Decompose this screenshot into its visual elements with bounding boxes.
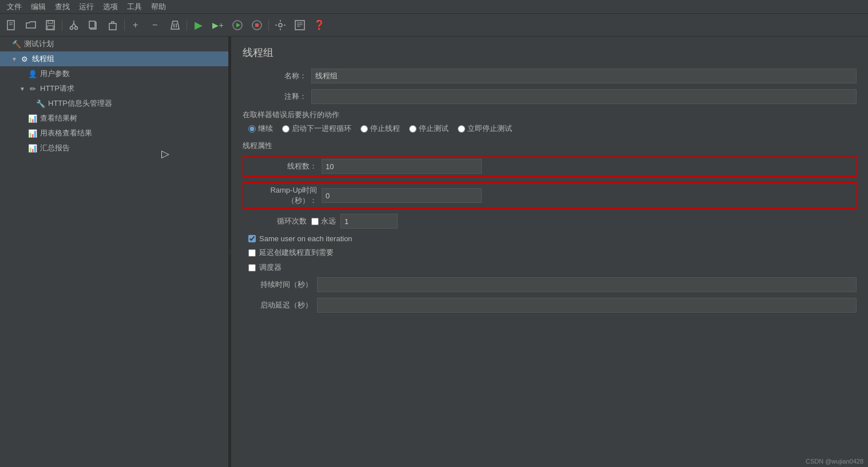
same-user-checkbox[interactable] [248, 235, 256, 242]
open-button[interactable] [22, 17, 40, 34]
run-no-pause-button[interactable]: ▶+ [209, 17, 227, 34]
summary-label: 汇总报告 [40, 143, 225, 153]
view-results-icon: 📊 [27, 113, 38, 123]
menu-file[interactable]: 文件 [2, 1, 26, 13]
svg-rect-28 [295, 21, 304, 30]
options-button[interactable] [271, 17, 290, 34]
menu-options[interactable]: 选项 [98, 1, 122, 13]
sidebar-item-thread-group[interactable]: ▼ ⚙ 线程组 [0, 51, 228, 66]
sidebar-item-table-results[interactable]: 📊 用表格查看结果 [0, 126, 228, 141]
table-results-label: 用表格查看结果 [40, 128, 225, 138]
forever-label: 永远 [321, 216, 336, 226]
remove-button[interactable]: − [146, 17, 165, 34]
name-label: 名称： [243, 71, 311, 81]
sidebar-item-view-results[interactable]: 📊 查看结果树 [0, 111, 228, 126]
toolbar: + − ▶ ▶+ ❓ [0, 14, 868, 37]
sidebar-item-user-params[interactable]: 👤 用户参数 [0, 66, 228, 81]
user-params-label: 用户参数 [40, 69, 225, 79]
sep2 [124, 19, 125, 31]
paste-button[interactable] [104, 17, 122, 34]
loop-count-input[interactable] [340, 214, 398, 229]
menu-run[interactable]: 运行 [74, 1, 98, 13]
svg-point-6 [70, 26, 73, 29]
thread-group-icon: ⚙ [19, 54, 30, 64]
sidebar-item-http-header[interactable]: 🔧 HTTP信息头管理器 [0, 96, 228, 111]
new-button[interactable] [2, 17, 21, 34]
content-panel: 线程组 名称： 注释： 在取样器错误后要执行的动作 继续 启动下一进程循环 停止 [231, 37, 868, 467]
log-button[interactable] [291, 17, 309, 34]
thread-group-label: 线程组 [32, 54, 225, 64]
svg-text:+: + [133, 20, 138, 30]
remote2-button[interactable] [248, 17, 266, 34]
help-button[interactable]: ❓ [310, 17, 328, 34]
radio-stop-test[interactable]: 停止测试 [409, 123, 449, 134]
name-input[interactable] [311, 69, 857, 83]
menu-find[interactable]: 查找 [50, 1, 74, 13]
thread-count-input[interactable] [322, 159, 482, 174]
comment-input[interactable] [311, 89, 857, 104]
delay-create-label: 延迟创建线程直到需要 [259, 248, 334, 258]
forever-checkbox[interactable] [311, 218, 319, 225]
duration-row: 持续时间（秒） [243, 277, 857, 292]
delay-create-row[interactable]: 延迟创建线程直到需要 [243, 248, 857, 258]
svg-rect-22 [255, 23, 259, 27]
http-header-icon: 🔧 [35, 98, 46, 109]
summary-icon: 📊 [27, 143, 38, 153]
copy-button[interactable] [84, 17, 102, 34]
menu-help[interactable]: 帮助 [146, 1, 171, 13]
delay-create-checkbox[interactable] [248, 249, 256, 257]
http-request-icon: ✏ [27, 83, 38, 94]
same-user-row[interactable]: Same user on each iteration [243, 234, 857, 243]
menu-edit[interactable]: 编辑 [26, 1, 50, 13]
thread-count-row: 线程数： [243, 155, 857, 177]
sidebar-item-test-plan[interactable]: 🔨 测试计划 [0, 37, 228, 51]
svg-line-9 [74, 23, 76, 27]
name-row: 名称： [243, 69, 857, 83]
rampup-row: Ramp-Up时间（秒）： [243, 182, 857, 209]
panel-title: 线程组 [243, 46, 857, 59]
scheduler-label: 调度器 [259, 262, 282, 273]
radio-continue[interactable]: 继续 [248, 123, 273, 134]
sep4 [268, 19, 269, 31]
http-header-label: HTTP信息头管理器 [48, 98, 225, 109]
svg-point-23 [279, 23, 282, 27]
run-button[interactable]: ▶ [189, 17, 208, 34]
loop-row: 循环次数 永远 [243, 214, 857, 229]
http-request-arrow: ▼ [19, 86, 27, 92]
same-user-label: Same user on each iteration [259, 234, 352, 243]
remote1-button[interactable] [228, 17, 247, 34]
sidebar-item-http-request[interactable]: ▼ ✏ HTTP请求 [0, 81, 228, 96]
startup-delay-row: 启动延迟（秒） [243, 298, 857, 313]
svg-marker-20 [236, 23, 240, 27]
add-button[interactable]: + [127, 17, 145, 34]
forever-checkbox-label[interactable]: 永远 [311, 216, 336, 226]
scheduler-checkbox[interactable] [248, 264, 256, 272]
svg-rect-0 [7, 21, 14, 30]
table-results-icon: 📊 [27, 128, 38, 138]
duration-input[interactable] [317, 277, 857, 292]
radio-stop-now[interactable]: 立即停止测试 [458, 123, 512, 134]
menu-tools[interactable]: 工具 [122, 1, 146, 13]
sidebar: 🔨 测试计划 ▼ ⚙ 线程组 👤 用户参数 ▼ ✏ HTTP请求 🔧 HTTP信… [0, 37, 229, 467]
startup-delay-input[interactable] [317, 298, 857, 313]
error-action-radio-group: 继续 启动下一进程循环 停止线程 停止测试 立即停止测试 [243, 123, 857, 134]
svg-line-8 [72, 23, 74, 27]
save-button[interactable] [41, 17, 60, 34]
scheduler-row[interactable]: 调度器 [243, 262, 857, 273]
radio-stop-thread[interactable]: 停止线程 [360, 123, 400, 134]
svg-marker-16 [171, 21, 179, 29]
sidebar-item-summary[interactable]: 📊 汇总报告 [0, 141, 228, 155]
error-action-title: 在取样器错误后要执行的动作 [243, 110, 857, 120]
svg-rect-13 [109, 23, 116, 30]
rampup-input[interactable] [322, 188, 482, 203]
thread-group-arrow: ▼ [11, 56, 19, 62]
duration-label: 持续时间（秒） [243, 280, 317, 290]
radio-next-loop[interactable]: 启动下一进程循环 [282, 123, 351, 134]
comment-row: 注释： [243, 89, 857, 104]
watermark: CSDN @wujian0428 [806, 458, 863, 465]
main-layout: 🔨 测试计划 ▼ ⚙ 线程组 👤 用户参数 ▼ ✏ HTTP请求 🔧 HTTP信… [0, 37, 868, 467]
sep1 [62, 19, 62, 31]
clear-button[interactable] [166, 17, 184, 34]
cut-button[interactable] [65, 17, 83, 34]
view-results-label: 查看结果树 [40, 113, 225, 123]
